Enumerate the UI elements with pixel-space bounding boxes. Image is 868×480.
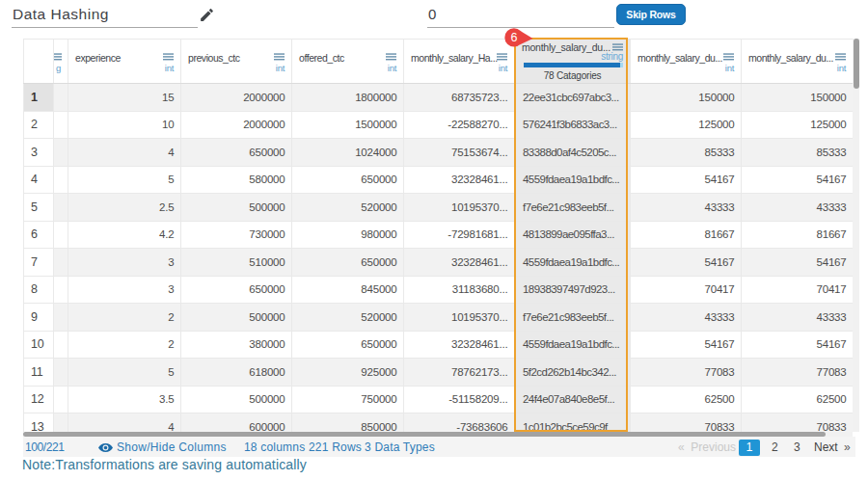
svg-text:6: 6 (511, 31, 518, 44)
